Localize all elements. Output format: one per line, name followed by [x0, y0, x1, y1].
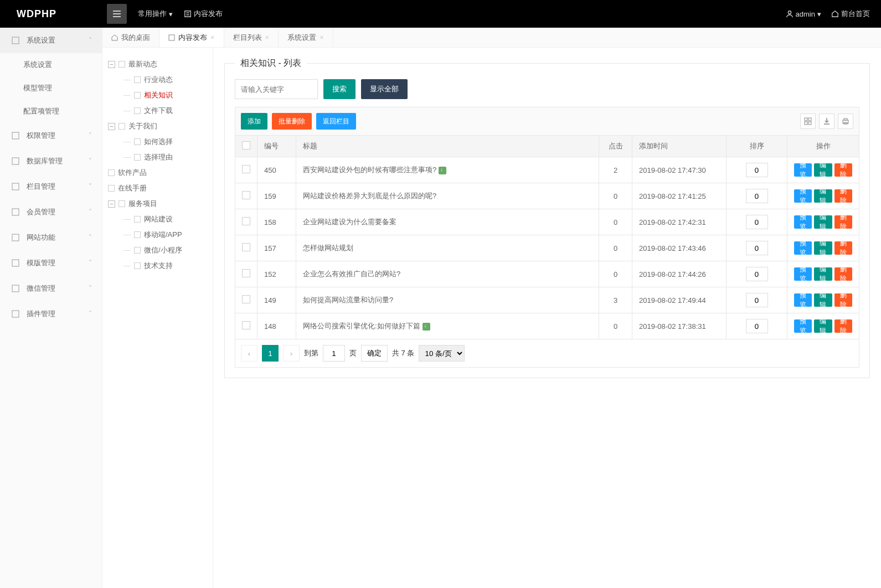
col-addtime[interactable]: 添加时间 — [632, 136, 727, 157]
delete-button[interactable]: 删除 — [834, 241, 852, 255]
search-button[interactable]: 搜索 — [323, 79, 356, 99]
export-button[interactable] — [819, 114, 834, 129]
tree-node-5[interactable]: 如何选择 — [108, 134, 207, 149]
sort-input[interactable] — [746, 215, 768, 229]
cell-title[interactable]: 怎样做网站规划 — [296, 235, 599, 261]
sidebar-item-5[interactable]: 网站功能˅ — [0, 225, 102, 250]
row-checkbox[interactable] — [242, 295, 250, 303]
row-checkbox[interactable] — [242, 269, 250, 277]
per-page-select[interactable]: 10 条/页 — [419, 345, 465, 362]
cell-title[interactable]: 西安网站建设外包的时候有哪些注意事项? — [296, 157, 599, 183]
sidebar-item-4[interactable]: 会员管理˅ — [0, 199, 102, 225]
print-button[interactable] — [838, 114, 853, 129]
checkbox-all[interactable] — [242, 141, 250, 149]
delete-button[interactable]: 删除 — [834, 163, 852, 177]
sort-input[interactable] — [746, 163, 768, 177]
tree-node-10[interactable]: 网站建设 — [108, 212, 207, 227]
tree-node-3[interactable]: 文件下载 — [108, 103, 207, 118]
preview-button[interactable]: 预览 — [794, 163, 812, 177]
row-checkbox[interactable] — [242, 321, 250, 329]
row-checkbox[interactable] — [242, 243, 250, 251]
goto-input[interactable] — [323, 345, 345, 362]
tab-0[interactable]: 我的桌面 — [102, 28, 159, 47]
sort-input[interactable] — [746, 293, 768, 307]
sort-input[interactable] — [746, 267, 768, 281]
search-input[interactable] — [235, 79, 318, 99]
tree-node-9[interactable]: −服务项目 — [108, 196, 207, 212]
preview-button[interactable]: 预览 — [794, 293, 812, 307]
next-page-button[interactable]: › — [283, 345, 300, 362]
tree-node-13[interactable]: 技术支持 — [108, 258, 207, 274]
delete-button[interactable]: 删除 — [834, 319, 852, 333]
prev-page-button[interactable]: ‹ — [241, 345, 257, 362]
header-menu-common[interactable]: 常用操作▾ — [138, 9, 173, 19]
edit-button[interactable]: 编辑 — [814, 189, 832, 203]
tree-node-4[interactable]: −关于我们 — [108, 118, 207, 134]
tab-2[interactable]: 栏目列表× — [224, 28, 279, 47]
back-column-button[interactable]: 返回栏目 — [316, 113, 356, 130]
preview-button[interactable]: 预览 — [794, 267, 812, 281]
tree-node-7[interactable]: 软件产品 — [108, 165, 207, 180]
tab-1[interactable]: 内容发布× — [159, 28, 224, 47]
sort-input[interactable] — [746, 189, 768, 203]
row-checkbox[interactable] — [242, 191, 250, 199]
cell-title[interactable]: 如何提高网站流量和访问量? — [296, 287, 599, 313]
tree-node-2[interactable]: 相关知识 — [108, 87, 207, 103]
cell-title[interactable]: 企业怎么有效推广自己的网站? — [296, 261, 599, 287]
tree-node-6[interactable]: 选择理由 — [108, 149, 207, 165]
close-icon[interactable]: × — [210, 33, 215, 42]
edit-button[interactable]: 编辑 — [814, 163, 832, 177]
sidebar-sub-0-1[interactable]: 模型管理 — [0, 76, 102, 100]
sidebar-item-8[interactable]: 插件管理˅ — [0, 301, 102, 327]
tree-node-1[interactable]: 行业动态 — [108, 72, 207, 87]
edit-button[interactable]: 编辑 — [814, 293, 832, 307]
tree-toggle-icon[interactable]: − — [108, 61, 115, 68]
collapse-sidebar-button[interactable] — [107, 4, 127, 24]
col-sort[interactable]: 排序 — [727, 136, 787, 157]
tree-node-0[interactable]: −最新动态 — [108, 56, 207, 72]
add-button[interactable]: 添加 — [241, 113, 267, 130]
sidebar-item-2[interactable]: 数据库管理˅ — [0, 148, 102, 174]
cell-title[interactable]: 网站建设价格差异大到底是什么原因的呢? — [296, 183, 599, 209]
sidebar-item-0[interactable]: 系统设置˄ — [0, 28, 102, 53]
sidebar-item-6[interactable]: 模版管理˅ — [0, 250, 102, 276]
edit-button[interactable]: 编辑 — [814, 241, 832, 255]
tree-toggle-icon[interactable]: − — [108, 123, 115, 130]
filter-columns-button[interactable] — [800, 114, 816, 129]
col-title[interactable]: 标题 — [296, 136, 599, 157]
tree-toggle-icon[interactable]: − — [108, 200, 115, 208]
preview-button[interactable]: 预览 — [794, 189, 812, 203]
preview-button[interactable]: 预览 — [794, 215, 812, 229]
delete-button[interactable]: 删除 — [834, 293, 852, 307]
close-icon[interactable]: × — [320, 33, 324, 42]
header-menu-publish[interactable]: 内容发布 — [184, 9, 223, 19]
edit-button[interactable]: 编辑 — [814, 267, 832, 281]
edit-button[interactable]: 编辑 — [814, 215, 832, 229]
preview-button[interactable]: 预览 — [794, 241, 812, 255]
preview-button[interactable]: 预览 — [794, 319, 812, 333]
page-1-button[interactable]: 1 — [262, 345, 279, 362]
user-menu[interactable]: admin▾ — [786, 10, 821, 18]
sidebar-item-7[interactable]: 微信管理˅ — [0, 276, 102, 301]
delete-button[interactable]: 删除 — [834, 189, 852, 203]
tree-node-8[interactable]: 在线手册 — [108, 180, 207, 196]
sort-input[interactable] — [746, 241, 768, 255]
row-checkbox[interactable] — [242, 165, 250, 173]
cell-title[interactable]: 企业网站建设为什么需要备案 — [296, 209, 599, 235]
delete-button[interactable]: 删除 — [834, 215, 852, 229]
edit-button[interactable]: 编辑 — [814, 319, 832, 333]
front-link[interactable]: 前台首页 — [831, 9, 870, 19]
sort-input[interactable] — [746, 319, 768, 333]
sidebar-sub-0-2[interactable]: 配置项管理 — [0, 100, 102, 123]
tab-3[interactable]: 系统设置× — [279, 28, 333, 47]
close-icon[interactable]: × — [265, 33, 270, 42]
sidebar-item-3[interactable]: 栏目管理˅ — [0, 174, 102, 199]
batch-delete-button[interactable]: 批量删除 — [272, 113, 312, 130]
cell-title[interactable]: 网络公司搜索引擎优化:如何做好下篇 — [296, 313, 599, 339]
tree-node-12[interactable]: 微信/小程序 — [108, 243, 207, 258]
tree-node-11[interactable]: 移动端/APP — [108, 227, 207, 243]
delete-button[interactable]: 删除 — [834, 267, 852, 281]
sidebar-item-1[interactable]: 权限管理˅ — [0, 123, 102, 148]
col-id[interactable]: 编号 — [257, 136, 296, 157]
showall-button[interactable]: 显示全部 — [361, 79, 408, 99]
